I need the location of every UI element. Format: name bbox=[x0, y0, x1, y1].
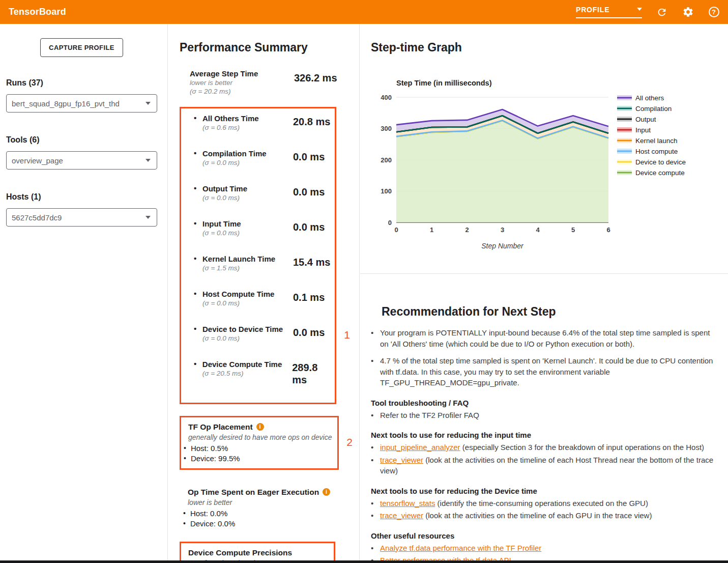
performance-summary-panel: Performance Summary Average Step Time lo… bbox=[168, 24, 360, 560]
svg-text:0: 0 bbox=[394, 226, 398, 234]
link[interactable]: input_pipeline_analyzer bbox=[380, 443, 460, 452]
bullet-marker: • bbox=[371, 327, 374, 349]
svg-text:5: 5 bbox=[571, 226, 575, 234]
metric-row: •Host Compute Time(σ = 0.0 ms)0.1 ms bbox=[181, 289, 335, 307]
list-item: •4.7 % of the total step time sampled is… bbox=[371, 355, 714, 388]
svg-text:4: 4 bbox=[536, 226, 540, 234]
svg-text:200: 200 bbox=[381, 156, 392, 164]
metric-value: 20.8 ms bbox=[293, 116, 330, 132]
metric-row: •Compilation Time(σ = 0.0 ms)0.0 ms bbox=[181, 149, 335, 167]
info-icon[interactable]: i bbox=[256, 423, 264, 431]
bullet-marker: • bbox=[184, 443, 186, 454]
svg-text:400: 400 bbox=[381, 94, 392, 101]
bullet-marker: • bbox=[184, 454, 186, 464]
capture-profile-button[interactable]: CAPTURE PROFILE bbox=[40, 38, 123, 57]
metric-sigma: (σ = 20.5 ms) bbox=[202, 369, 292, 378]
hosts-select-value: 5627c5dd7dc9 bbox=[12, 213, 62, 222]
tools-select[interactable]: overview_page bbox=[6, 151, 157, 170]
dashboard-select[interactable]: PROFILE bbox=[576, 6, 642, 18]
link[interactable]: trace_viewer bbox=[380, 456, 423, 464]
bullet-marker: • bbox=[371, 410, 374, 421]
metric-row: •Output Time(σ = 0.0 ms)0.0 ms bbox=[181, 184, 335, 202]
bullet-marker: • bbox=[183, 519, 186, 529]
recommendation-panel: Recommendation for Next Step •Your progr… bbox=[360, 273, 728, 560]
svg-text:Device compute: Device compute bbox=[635, 169, 685, 177]
metric-value: 0.0 ms bbox=[293, 151, 325, 167]
metric-row: •All Others Time(σ = 0.6 ms)20.8 ms bbox=[181, 114, 335, 132]
rec-section-heading: Tool troubleshooting / FAQ bbox=[371, 398, 714, 408]
tf-op-placement-title: TF Op Placement bbox=[188, 422, 253, 432]
metric-value: 0.0 ms bbox=[293, 326, 325, 343]
gear-icon bbox=[682, 6, 694, 18]
refresh-icon bbox=[656, 7, 667, 18]
dashboard-select-value: PROFILE bbox=[576, 6, 609, 14]
bullet-marker: • bbox=[371, 543, 374, 554]
list-item: •Analyze tf.data performance with the TF… bbox=[371, 543, 714, 554]
rec-section-heading: Next tools to use for reducing the Devic… bbox=[371, 486, 714, 496]
hosts-select[interactable]: 5627c5dd7dc9 bbox=[6, 208, 157, 227]
runs-select[interactable]: bert_squad_8gpu_fp16_pvt_thd bbox=[6, 94, 157, 112]
svg-text:All others: All others bbox=[635, 94, 664, 102]
metric-row: •Device to Device Time(σ = 0.0 ms)0.0 ms bbox=[181, 324, 335, 343]
annotation-box-1: •All Others Time(σ = 0.6 ms)20.8 ms•Comp… bbox=[180, 107, 336, 404]
metric-label: Compilation Time bbox=[202, 149, 293, 158]
list-item: •tensorflow_stats (identify the time-con… bbox=[371, 498, 714, 509]
eager-items: •Host: 0.0%•Device: 0.0% bbox=[181, 509, 353, 528]
step-time-chart[interactable]: 01002003004000123456Step Time (in millis… bbox=[360, 76, 728, 265]
recommendation-section: Tool troubleshooting / FAQ•Refer to the … bbox=[371, 398, 714, 421]
settings-button[interactable] bbox=[682, 6, 694, 18]
help-button[interactable]: ? bbox=[708, 6, 720, 18]
step-time-graph-title: Step-time Graph bbox=[371, 41, 728, 54]
info-icon[interactable]: i bbox=[323, 488, 330, 496]
metric-row: •Kernel Launch Time(σ = 1.5 ms)15.4 ms bbox=[181, 254, 335, 272]
bullet-marker: • bbox=[371, 455, 374, 476]
caret-down-icon bbox=[145, 216, 151, 219]
metric-sigma: (σ = 1.5 ms) bbox=[202, 264, 293, 272]
svg-text:Step Time (in milliseconds): Step Time (in milliseconds) bbox=[396, 79, 492, 87]
caret-down-icon bbox=[145, 102, 151, 105]
list-item: •Refer to the TF2 Profiler FAQ bbox=[371, 410, 714, 421]
tools-label: Tools (6) bbox=[6, 135, 157, 145]
svg-text:Kernel launch: Kernel launch bbox=[635, 137, 678, 145]
metric-label: Kernel Launch Time bbox=[202, 254, 293, 264]
metric-label: Device Compute Time bbox=[202, 359, 292, 369]
svg-text:Input: Input bbox=[635, 126, 651, 134]
metric-value: 326.2 ms bbox=[294, 72, 337, 96]
bullet-marker: • bbox=[194, 324, 202, 343]
link[interactable]: tensorflow_stats bbox=[380, 499, 435, 508]
bullet-marker: • bbox=[371, 510, 374, 521]
tools-select-value: overview_page bbox=[12, 156, 63, 165]
metric-value: 0.0 ms bbox=[293, 221, 325, 237]
right-panel: Step-time Graph 01002003004000123456Step… bbox=[360, 24, 728, 560]
recommendation-section: Next tools to use for reducing the input… bbox=[371, 430, 714, 476]
metric-list: •All Others Time(σ = 0.6 ms)20.8 ms•Comp… bbox=[181, 114, 335, 386]
metric-label: Host Compute Time bbox=[202, 289, 293, 299]
eager-execution-section: Op Time Spent on Eager Execution i lower… bbox=[181, 487, 353, 528]
link[interactable]: Better performance with the tf.data API bbox=[380, 556, 511, 560]
list-item: •Host: 0.5% bbox=[181, 443, 337, 454]
link[interactable]: trace_viewer bbox=[380, 511, 423, 520]
list-item: •Device: 99.5% bbox=[181, 454, 337, 464]
bullet-marker: • bbox=[194, 219, 202, 237]
metric-label: Output Time bbox=[202, 184, 293, 193]
metric-sigma: (σ = 0.0 ms) bbox=[202, 158, 293, 167]
recommendation-title: Recommendation for Next Step bbox=[382, 305, 714, 319]
app-title: TensorBoard bbox=[9, 7, 66, 17]
list-item: •trace_viewer (look at the activities on… bbox=[371, 455, 714, 476]
refresh-button[interactable] bbox=[656, 6, 668, 18]
bullet-marker: • bbox=[194, 149, 202, 167]
svg-text:2: 2 bbox=[465, 226, 469, 234]
list-item: •Better performance with the tf.data API bbox=[371, 555, 714, 560]
recommendation-section: Other useful resources•Analyze tf.data p… bbox=[371, 531, 714, 561]
tf-op-placement-subtitle: generally desired to have more ops on de… bbox=[188, 433, 337, 442]
metric-value: 289.8 ms bbox=[292, 361, 335, 386]
svg-text:3: 3 bbox=[501, 226, 504, 234]
bottom-edge-bar bbox=[0, 560, 728, 563]
help-icon: ? bbox=[709, 7, 719, 17]
svg-text:100: 100 bbox=[381, 187, 392, 195]
link[interactable]: Analyze tf.data performance with the TF … bbox=[380, 544, 541, 552]
recommendation-bullets: •Your program is POTENTIALLY input-bound… bbox=[371, 327, 714, 388]
metric-sigma: (σ = 0.0 ms) bbox=[202, 193, 293, 202]
svg-text:Step Number: Step Number bbox=[481, 242, 524, 250]
metric-subtitle: lower is better bbox=[190, 78, 294, 87]
